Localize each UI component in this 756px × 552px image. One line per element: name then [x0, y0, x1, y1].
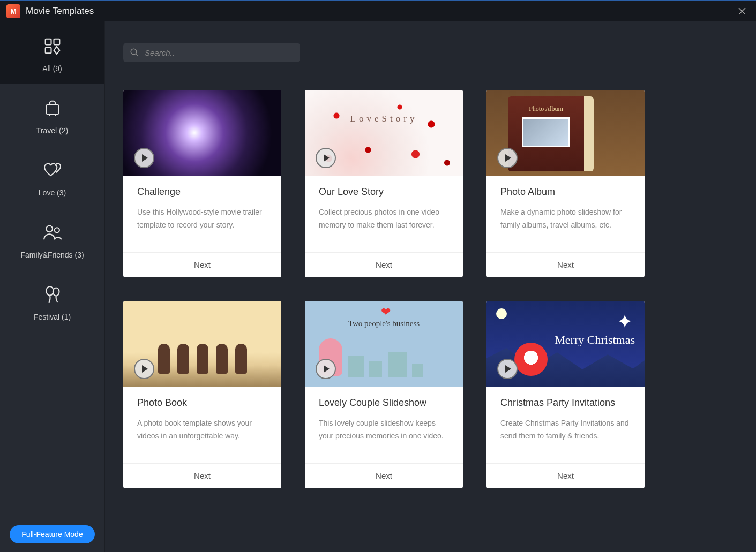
card-body: Our Love StoryCollect precious photos in…: [305, 176, 463, 252]
sidebar-item-suitcase[interactable]: Travel (2): [0, 84, 104, 146]
template-thumbnail[interactable]: ❤Two people's business: [305, 301, 463, 387]
thumb-overlay-text: Two people's business: [305, 319, 463, 328]
titlebar-left: M Movie Templates: [6, 4, 94, 18]
next-button[interactable]: Next: [305, 471, 463, 480]
next-button[interactable]: Next: [123, 260, 281, 269]
template-description: Collect precious photos in one video mem…: [319, 206, 449, 247]
search-input[interactable]: [145, 48, 294, 57]
deer-icon: ✦: [617, 311, 633, 333]
santa-icon: [514, 343, 548, 376]
close-button[interactable]: [735, 4, 750, 19]
play-button[interactable]: [316, 359, 336, 379]
svg-rect-2: [45, 39, 51, 45]
template-card: LoveStoryOur Love StoryCollect precious …: [305, 90, 463, 277]
card-body: Christmas Party InvitationsCreate Christ…: [486, 387, 645, 463]
grid-icon: [41, 35, 64, 57]
main: All (9)Travel (2)Love (3)Family&Friends …: [0, 21, 756, 552]
play-button[interactable]: [134, 148, 154, 168]
template-card: ChallengeUse this Hollywood-style movie …: [123, 90, 281, 277]
sidebar-item-grid[interactable]: All (9): [0, 21, 104, 84]
window-title: Movie Templates: [26, 6, 94, 17]
template-thumbnail[interactable]: Photo Album: [486, 90, 645, 176]
template-description: Create Christmas Party Invitations and s…: [500, 417, 631, 458]
scroll-area[interactable]: ChallengeUse this Hollywood-style movie …: [123, 43, 738, 552]
card-footer: Next: [305, 252, 463, 277]
search-box[interactable]: [123, 43, 300, 62]
suitcase-icon: [41, 97, 64, 119]
thumb-photo: [522, 117, 570, 147]
sidebar-item-label: Love (3): [39, 188, 66, 197]
svg-point-9: [54, 228, 59, 232]
sidebar-item-label: Festival (1): [34, 313, 71, 321]
sidebar-item-label: All (9): [42, 64, 62, 73]
play-button[interactable]: [134, 359, 154, 379]
template-thumbnail[interactable]: [123, 301, 281, 387]
sidebar-item-label: Family&Friends (3): [20, 251, 84, 259]
template-thumbnail[interactable]: LoveStory: [305, 90, 463, 176]
card-body: Photo AlbumMake a dynamic photo slidesho…: [486, 176, 645, 252]
sidebar-items: All (9)Travel (2)Love (3)Family&Friends …: [0, 21, 104, 518]
template-description: Use this Hollywood-style movie trailer t…: [137, 206, 267, 247]
template-card: ✦Merry ChristmasChristmas Party Invitati…: [486, 301, 645, 488]
thumb-overlay-text: LoveStory: [305, 114, 463, 124]
card-body: Photo BookA photo book template shows yo…: [123, 387, 281, 463]
template-card: Photo AlbumPhoto AlbumMake a dynamic pho…: [486, 90, 645, 277]
svg-point-12: [131, 49, 137, 55]
svg-point-8: [46, 226, 53, 232]
thumb-overlay-text: Merry Christmas: [555, 334, 635, 346]
template-description: This lovely couple slideshow keeps your …: [319, 417, 449, 458]
balloons-icon: [41, 284, 64, 305]
next-button[interactable]: Next: [123, 471, 281, 480]
thumb-book: Photo Album: [508, 96, 594, 171]
thumb-city: [348, 350, 452, 377]
card-footer: Next: [123, 252, 281, 277]
next-button[interactable]: Next: [305, 260, 463, 269]
app-logo-icon: M: [6, 4, 20, 18]
sidebar-item-people[interactable]: Family&Friends (3): [0, 208, 104, 270]
search-icon: [130, 48, 139, 57]
svg-rect-5: [46, 104, 58, 114]
template-grid: ChallengeUse this Hollywood-style movie …: [123, 90, 727, 520]
sidebar-item-label: Travel (2): [36, 126, 68, 135]
card-body: Lovely Couple SlideshowThis lovely coupl…: [305, 387, 463, 463]
card-body: ChallengeUse this Hollywood-style movie …: [123, 176, 281, 252]
template-card: Photo BookA photo book template shows yo…: [123, 301, 281, 488]
svg-rect-4: [45, 48, 51, 54]
template-description: A photo book template shows your videos …: [137, 417, 267, 458]
sidebar-item-balloons[interactable]: Festival (1): [0, 270, 104, 332]
play-button[interactable]: [316, 148, 336, 168]
close-icon: [738, 7, 746, 16]
svg-rect-3: [54, 39, 59, 45]
hearts-icon: [41, 160, 64, 181]
sidebar: All (9)Travel (2)Love (3)Family&Friends …: [0, 21, 105, 552]
card-footer: Next: [486, 463, 645, 488]
svg-line-13: [136, 54, 138, 56]
full-feature-mode-button[interactable]: Full-Feature Mode: [10, 525, 94, 543]
template-title: Our Love Story: [319, 186, 449, 198]
template-title: Lovely Couple Slideshow: [319, 397, 449, 409]
card-footer: Next: [305, 463, 463, 488]
template-title: Photo Album: [500, 186, 631, 198]
card-footer: Next: [123, 463, 281, 488]
template-title: Photo Book: [137, 397, 267, 409]
sidebar-item-hearts[interactable]: Love (3): [0, 146, 104, 208]
template-title: Christmas Party Invitations: [500, 397, 631, 409]
template-description: Make a dynamic photo slideshow for famil…: [500, 206, 631, 247]
card-footer: Next: [486, 252, 645, 277]
template-card: ❤Two people's businessLovely Couple Slid…: [305, 301, 463, 488]
people-icon: [41, 222, 64, 243]
play-button[interactable]: [497, 359, 518, 379]
next-button[interactable]: Next: [486, 260, 645, 269]
content: ChallengeUse this Hollywood-style movie …: [105, 21, 756, 552]
heart-icon: ❤: [381, 305, 391, 319]
next-button[interactable]: Next: [486, 471, 645, 480]
thumb-overlay-text: Photo Album: [529, 105, 563, 113]
template-title: Challenge: [137, 186, 267, 198]
template-thumbnail[interactable]: ✦Merry Christmas: [486, 301, 645, 387]
titlebar: M Movie Templates: [0, 0, 756, 21]
template-thumbnail[interactable]: [123, 90, 281, 176]
moon-icon: [496, 308, 507, 319]
svg-point-10: [46, 286, 53, 296]
play-button[interactable]: [497, 148, 518, 168]
